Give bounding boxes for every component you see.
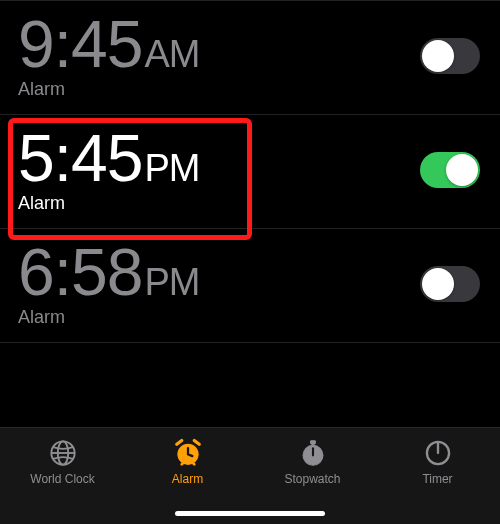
- toggle-knob: [422, 40, 454, 72]
- alarm-time: 5:45: [18, 125, 142, 191]
- alarm-ampm: PM: [144, 261, 199, 304]
- toggle-knob: [422, 268, 454, 300]
- alarm-ampm: AM: [144, 33, 199, 76]
- alarm-label: Alarm: [18, 193, 199, 214]
- tab-bar: World Clock Alarm Stopwatch: [0, 427, 500, 524]
- alarm-time-block: 6:58 PM Alarm: [18, 239, 199, 328]
- tab-alarm[interactable]: Alarm: [125, 438, 250, 486]
- tab-label: Alarm: [172, 472, 203, 486]
- alarm-time-block: 9:45 AM Alarm: [18, 11, 199, 100]
- tab-label: Stopwatch: [284, 472, 340, 486]
- alarm-time-block: 5:45 PM Alarm: [18, 125, 199, 214]
- alarm-label: Alarm: [18, 79, 199, 100]
- stopwatch-icon: [298, 438, 328, 468]
- alarm-toggle[interactable]: [420, 266, 480, 302]
- svg-rect-6: [312, 443, 314, 447]
- tab-world-clock[interactable]: World Clock: [0, 438, 125, 486]
- alarm-time: 6:58: [18, 239, 142, 305]
- tab-label: World Clock: [30, 472, 94, 486]
- alarm-row[interactable]: 6:58 PM Alarm: [0, 229, 500, 343]
- alarm-toggle[interactable]: [420, 152, 480, 188]
- alarm-label: Alarm: [18, 307, 199, 328]
- alarm-list: 9:45 AM Alarm 5:45 PM Alarm 6:58 PM: [0, 0, 500, 343]
- alarm-time: 9:45: [18, 11, 142, 77]
- tab-timer[interactable]: Timer: [375, 438, 500, 486]
- toggle-knob: [446, 154, 478, 186]
- alarm-ampm: PM: [144, 147, 199, 190]
- tab-stopwatch[interactable]: Stopwatch: [250, 438, 375, 486]
- globe-icon: [48, 438, 78, 468]
- alarm-toggle[interactable]: [420, 38, 480, 74]
- tab-label: Timer: [422, 472, 452, 486]
- alarm-clock-icon: [173, 438, 203, 468]
- alarm-row[interactable]: 5:45 PM Alarm: [0, 115, 500, 229]
- alarm-row[interactable]: 9:45 AM Alarm: [0, 0, 500, 115]
- timer-icon: [423, 438, 453, 468]
- home-indicator[interactable]: [175, 511, 325, 516]
